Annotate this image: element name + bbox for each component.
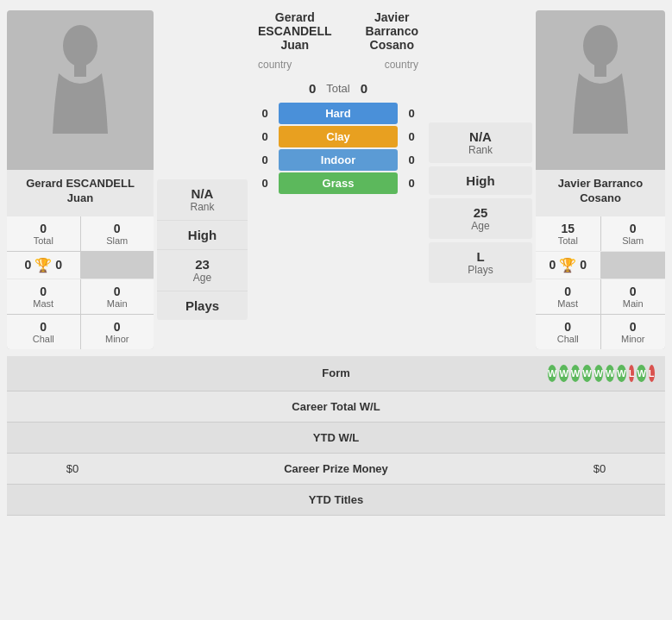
total-left: 0 — [309, 81, 316, 96]
center-left-name: Gerard ESCANDELL Juan — [258, 10, 332, 52]
right-rank-value: N/A — [437, 129, 524, 144]
form-label: Form — [124, 366, 548, 379]
left-stat-main-label: 0 Main — [81, 279, 154, 314]
center-gerard-name: Gerard ESCANDELL Juan — [258, 10, 332, 52]
prize-row: $0 Career Prize Money $0 — [7, 454, 665, 485]
right-plays-label: Plays — [437, 264, 524, 276]
left-avatar-silhouette — [46, 22, 115, 160]
badge-5: W — [594, 365, 603, 382]
badge-4: W — [582, 365, 591, 382]
center-top: Gerard ESCANDELL Juan Javier Barranco Co… — [251, 10, 425, 52]
players-area: Gerard ESCANDELL Juan 0 Total 0 Slam — [7, 10, 665, 349]
left-player-card: Gerard ESCANDELL Juan 0 Total 0 Slam — [7, 10, 154, 349]
hard-row: 0 Hard 0 — [254, 103, 422, 124]
center-right-name: Javier Barranco Cosano — [366, 10, 418, 52]
prize-right: $0 — [548, 462, 651, 475]
right-player-name: Javier Barranco Cosano — [543, 177, 658, 206]
badge-1: W — [548, 365, 556, 382]
right-high-value: High — [437, 173, 524, 188]
form-row: Form W W W W W W W L W L — [7, 356, 665, 391]
ytd-wl-label: YTD W/L — [124, 431, 548, 444]
right-stat-chall: 0 Chall — [536, 315, 600, 349]
right-plays-value: L — [437, 249, 524, 264]
surface-bars: 0 Hard 0 0 Clay 0 0 Indoor 0 — [251, 103, 425, 194]
right-high-block: High — [429, 166, 532, 195]
career-total-row: Career Total W/L — [7, 391, 665, 423]
indoor-score-right: 0 — [401, 153, 422, 166]
form-badges: W W W W W W W L W L — [548, 365, 651, 382]
badge-9: W — [637, 365, 645, 382]
right-stats-grid: 15 Total 0 Slam — [536, 216, 665, 251]
left-stat-mast-label: 0 Mast — [7, 279, 80, 314]
ytd-wl-row: YTD W/L — [7, 423, 665, 454]
left-stat-minor: 0 Minor — [81, 315, 154, 349]
left-high-block: High — [157, 221, 248, 250]
left-stat-chall: 0 Chall — [7, 315, 80, 349]
right-trophy-icon: 🏆 — [559, 257, 576, 273]
badge-8: L — [629, 365, 635, 382]
right-stat-slam: 0 Slam — [601, 216, 666, 251]
form-badges-container: W W W W W W W L W L — [548, 365, 651, 382]
right-stat-mast-val: 0 Mast — [536, 279, 600, 314]
center-javier-name: Javier Barranco Cosano — [366, 10, 418, 52]
left-age-value: 23 — [164, 257, 241, 272]
right-player-name-box: Javier Barranco Cosano — [536, 170, 665, 213]
total-right: 0 — [361, 81, 367, 96]
left-stats-panel: N/A Rank High 23 Age Plays — [157, 179, 248, 320]
left-stats-grid: 0 Total 0 Slam 0 🏆 0 — [7, 216, 154, 279]
left-stat-total: 0 Total — [7, 216, 80, 251]
hard-score-right: 0 — [401, 107, 422, 120]
badge-6: W — [606, 365, 614, 382]
indoor-row: 0 Indoor 0 — [254, 149, 422, 171]
total-row: 0 Total 0 — [251, 78, 425, 99]
indoor-score-left: 0 — [254, 153, 275, 166]
right-stats-grid2: 0 🏆 0 — [536, 252, 665, 279]
bottom-stats: Form W W W W W W W L W L Career Total W — [7, 356, 665, 516]
left-high-value: High — [164, 228, 241, 242]
left-age-label: Age — [164, 272, 241, 284]
left-rank-block: N/A Rank — [157, 179, 248, 221]
clay-score-right: 0 — [401, 130, 422, 143]
right-avatar-silhouette — [566, 22, 635, 160]
prize-label: Career Prize Money — [124, 462, 548, 475]
right-player-avatar — [536, 10, 665, 170]
badge-7: W — [617, 365, 625, 382]
right-rank-block: N/A Rank — [429, 122, 532, 163]
right-stat-main-val: 0 Main — [601, 279, 666, 314]
left-stat-slam: 0 Slam — [81, 216, 154, 251]
grass-bar: Grass — [279, 172, 398, 194]
svg-rect-3 — [594, 65, 606, 77]
clay-score-left: 0 — [254, 130, 275, 143]
right-stats-grid3: 0 Mast 0 Main 0 Chall 0 Minor — [536, 279, 665, 349]
hard-score-left: 0 — [254, 107, 275, 120]
badge-10: L — [649, 365, 655, 382]
right-age-value: 25 — [437, 205, 524, 220]
total-label: Total — [326, 82, 349, 95]
prize-left: $0 — [21, 462, 124, 475]
left-trophy-icon: 🏆 — [35, 257, 52, 273]
left-rank-label: Rank — [164, 201, 241, 213]
badge-3: W — [571, 365, 580, 382]
right-stat-minor: 0 Minor — [601, 315, 666, 349]
left-player-name: Gerard ESCANDELL Juan — [14, 177, 147, 206]
left-player-name-box: Gerard ESCANDELL Juan — [7, 170, 154, 213]
right-age-block: 25 Age — [429, 198, 532, 239]
main-container: Gerard ESCANDELL Juan 0 Total 0 Slam — [0, 0, 672, 516]
clay-row: 0 Clay 0 — [254, 126, 422, 147]
svg-point-0 — [63, 25, 97, 66]
left-stat-mast: 0 🏆 0 — [7, 252, 80, 279]
svg-rect-1 — [74, 65, 86, 77]
ytd-titles-row: YTD Titles — [7, 485, 665, 516]
right-age-label: Age — [437, 220, 524, 232]
indoor-bar: Indoor — [279, 149, 398, 171]
center-column: Gerard ESCANDELL Juan Javier Barranco Co… — [251, 10, 425, 194]
ytd-titles-label: YTD Titles — [124, 493, 548, 506]
right-stat-mast: 0 🏆 0 — [536, 252, 600, 279]
right-plays-block: L Plays — [429, 242, 532, 283]
left-player-avatar — [7, 10, 154, 170]
right-stat-total: 15 Total — [536, 216, 600, 251]
clay-bar: Clay — [279, 126, 398, 147]
career-total-label: Career Total W/L — [124, 400, 548, 413]
grass-score-right: 0 — [401, 177, 422, 190]
right-country: country — [385, 59, 418, 71]
